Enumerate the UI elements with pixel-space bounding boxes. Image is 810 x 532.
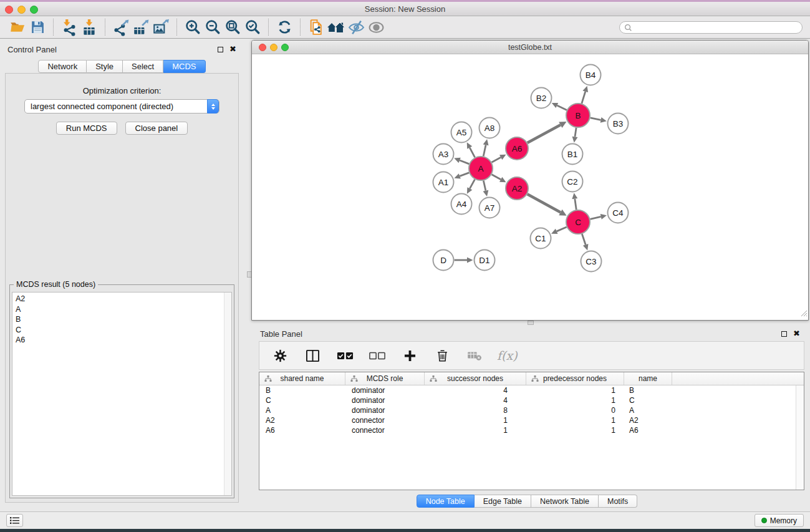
memory-button[interactable]: Memory	[755, 514, 804, 527]
graph-edge-A-A8[interactable]	[483, 145, 486, 156]
tab-mcds[interactable]: MCDS	[163, 60, 205, 73]
table-cell[interactable]: C	[624, 396, 672, 405]
mcds-result-item[interactable]: A	[16, 304, 223, 315]
import-network-icon[interactable]	[59, 17, 79, 37]
table-cell[interactable]: 8	[425, 406, 526, 415]
maximize-window-button[interactable]	[30, 6, 38, 14]
table-cell[interactable]: dominator	[345, 396, 425, 405]
graph-edge-A-A2[interactable]	[492, 175, 501, 180]
graph-edge-A2-C[interactable]	[528, 194, 561, 212]
column-header-shared-name[interactable]: shared name	[259, 372, 345, 385]
mcds-result-item[interactable]: C	[16, 325, 223, 336]
table-cell[interactable]: 1	[526, 426, 624, 435]
graph-edge-C-C2[interactable]	[575, 199, 576, 210]
graph-edge-B-B1[interactable]	[575, 128, 576, 137]
graph-edge-C-C1[interactable]	[557, 227, 567, 231]
mcds-result-item[interactable]: A2	[16, 294, 223, 304]
column-header-predecessor-nodes[interactable]: predecessor nodes	[526, 372, 624, 385]
export-network-icon[interactable]	[111, 17, 131, 37]
graph-edge-A-A3[interactable]	[460, 160, 469, 164]
table-cell[interactable]: A6	[259, 426, 345, 435]
hide-panels-icon[interactable]	[346, 17, 366, 37]
table-cell[interactable]: connector	[345, 426, 425, 435]
delete-table-icon[interactable]	[465, 346, 485, 365]
table-cell[interactable]: 1	[526, 416, 624, 425]
close-panel-button[interactable]: Close panel	[125, 122, 188, 135]
split-columns-icon[interactable]	[302, 346, 322, 365]
tab-edge-table[interactable]: Edge Table	[475, 495, 531, 508]
graph-edge-A-A4[interactable]	[470, 180, 475, 189]
network-maximize-button[interactable]	[281, 44, 289, 51]
table-cell[interactable]: 0	[526, 406, 624, 415]
search-input[interactable]	[619, 21, 803, 34]
save-session-icon[interactable]	[27, 17, 47, 37]
tab-motifs[interactable]: Motifs	[599, 495, 637, 508]
mcds-result-item[interactable]: B	[16, 314, 223, 325]
table-cell[interactable]: 4	[425, 386, 526, 395]
float-table-panel-icon[interactable]	[781, 331, 787, 337]
zoom-in-icon[interactable]	[183, 17, 203, 37]
run-mcds-button[interactable]: Run MCDS	[56, 122, 117, 135]
table-cell[interactable]: B	[259, 386, 345, 395]
network-window-titlebar[interactable]: testGlobe.txt	[252, 41, 808, 54]
table-cell[interactable]: connector	[345, 416, 425, 425]
graph-edge-C-C3[interactable]	[582, 234, 586, 244]
home-networks-icon[interactable]	[326, 17, 346, 37]
task-history-button[interactable]	[6, 514, 23, 527]
minimize-window-button[interactable]	[17, 6, 26, 14]
close-panel-icon[interactable]: ✖	[229, 46, 236, 52]
table-cell[interactable]: A	[624, 406, 672, 415]
result-scrollbar[interactable]	[224, 293, 231, 495]
tab-select[interactable]: Select	[123, 60, 163, 73]
graph-edge-C-C4[interactable]	[590, 216, 600, 219]
copy-network-icon[interactable]	[306, 17, 326, 37]
table-cell[interactable]: dominator	[345, 406, 425, 415]
table-cell[interactable]: A6	[624, 426, 672, 435]
graph-edge-A-A1[interactable]	[460, 173, 469, 176]
network-minimize-button[interactable]	[270, 44, 277, 51]
graph-edge-A-A7[interactable]	[483, 181, 486, 191]
table-row[interactable]: A2connector11A2	[259, 415, 804, 425]
import-table-icon[interactable]	[79, 17, 99, 37]
mcds-result-list[interactable]: A2ABCA6	[12, 292, 232, 496]
zoom-out-icon[interactable]	[203, 17, 223, 37]
table-cell[interactable]: dominator	[345, 386, 425, 395]
table-cell[interactable]: 1	[425, 416, 526, 425]
tab-node-table[interactable]: Node Table	[417, 495, 475, 508]
graph-edge-A-A5[interactable]	[470, 148, 475, 158]
add-column-icon[interactable]	[400, 346, 420, 365]
table-cell[interactable]: 1	[425, 426, 526, 435]
refresh-icon[interactable]	[274, 17, 294, 37]
open-session-icon[interactable]	[7, 17, 27, 37]
table-cell[interactable]: B	[624, 386, 672, 395]
function-builder-icon[interactable]: f(x)	[497, 349, 518, 362]
zoom-selected-icon[interactable]	[243, 17, 263, 37]
show-columns-icon[interactable]	[335, 346, 355, 365]
network-canvas[interactable]: B4B2BB3A5A8A6A3B1AA1C2A2A4A7CC4C1C3DD1	[252, 54, 808, 320]
graph-edge-A6-B[interactable]	[528, 125, 561, 143]
graph-edge-A-A6[interactable]	[492, 157, 501, 162]
network-close-button[interactable]	[259, 44, 266, 51]
table-row[interactable]: Adominator80A	[259, 405, 804, 415]
tab-network-table[interactable]: Network Table	[531, 495, 599, 508]
delete-column-icon[interactable]	[432, 346, 452, 365]
close-window-button[interactable]	[5, 6, 13, 14]
graph-edge-B-B2[interactable]	[557, 105, 567, 110]
column-header-successor-nodes[interactable]: successor nodes	[425, 372, 526, 385]
resize-grip-icon[interactable]	[801, 308, 808, 319]
table-cell[interactable]: 1	[526, 396, 624, 405]
show-eye-icon[interactable]	[366, 17, 386, 37]
table-scrollbar[interactable]	[796, 385, 804, 490]
criterion-select[interactable]: largest connected component (directed)	[24, 99, 219, 114]
hide-columns-icon[interactable]	[367, 346, 387, 365]
close-table-panel-icon[interactable]: ✖	[793, 331, 800, 337]
export-image-icon[interactable]	[151, 17, 171, 37]
table-row[interactable]: A6connector11A6	[259, 425, 804, 435]
table-cell[interactable]: A	[259, 406, 345, 415]
table-row[interactable]: Bdominator41B	[259, 385, 804, 395]
table-cell[interactable]: A2	[624, 416, 672, 425]
table-cell[interactable]: 1	[526, 386, 624, 395]
table-cell[interactable]: 4	[425, 396, 526, 405]
graph-edge-B-B3[interactable]	[591, 118, 601, 120]
table-cell[interactable]: C	[259, 396, 345, 405]
